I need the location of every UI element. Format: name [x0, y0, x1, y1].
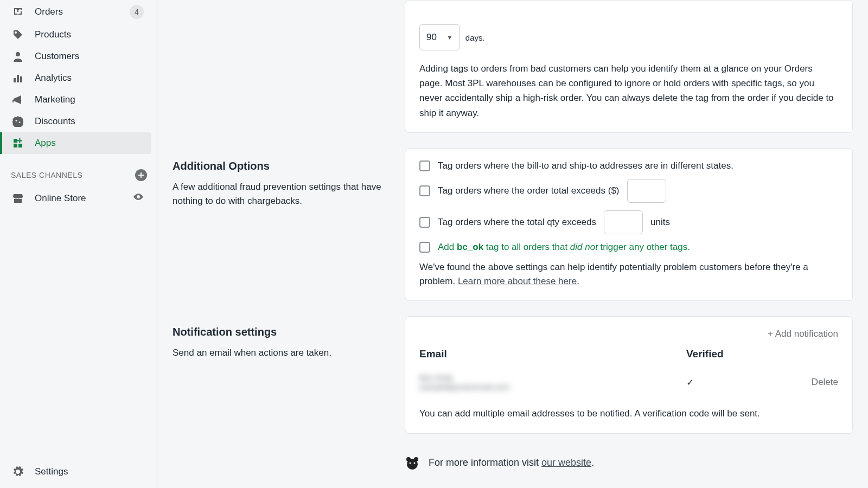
svg-rect-8	[138, 175, 144, 176]
checkbox-label: Tag orders where the total qty exceeds	[438, 217, 596, 228]
days-suffix: days.	[465, 33, 485, 42]
megaphone-icon	[12, 94, 24, 106]
opt4-italic: did not	[570, 242, 598, 252]
sales-channels-label: SALES CHANNELS	[11, 171, 82, 179]
section-title: Notification settings	[173, 326, 390, 338]
sales-channels-header: SALES CHANNELS	[0, 154, 157, 187]
chevron-down-icon: ▼	[446, 34, 453, 41]
our-website-link[interactable]: our website	[541, 457, 591, 468]
svg-rect-2	[17, 75, 19, 82]
sidebar-item-label: Discounts	[35, 116, 144, 127]
delete-notification-button[interactable]: Delete	[812, 377, 838, 387]
sidebar-item-analytics[interactable]: Analytics	[0, 67, 151, 89]
col-actions	[773, 348, 838, 360]
gear-icon	[12, 466, 24, 478]
add-channel-button[interactable]	[135, 169, 147, 181]
checkbox-total-qty[interactable]	[419, 217, 430, 228]
sidebar-item-label: Settings	[35, 466, 144, 477]
additional-options-meta: Additional Options A few additional frau…	[173, 148, 390, 209]
sidebar-item-label: Products	[35, 29, 144, 40]
sidebar-item-discounts[interactable]: Discounts	[0, 111, 151, 132]
notif-name: Ben Role	[419, 373, 686, 382]
opt4-suf: trigger any other tags.	[598, 242, 690, 252]
svg-point-12	[410, 462, 411, 464]
inbox-icon	[12, 6, 24, 18]
view-store-icon[interactable]	[133, 191, 144, 205]
footer-text: For more information visit our website.	[429, 457, 594, 468]
svg-rect-5	[14, 144, 17, 147]
svg-rect-4	[14, 139, 17, 143]
sidebar-item-label: Customers	[35, 51, 144, 62]
sidebar-item-label: Analytics	[35, 73, 144, 84]
add-notification-button[interactable]: + Add notification	[768, 329, 838, 339]
tag-icon	[12, 29, 24, 41]
total-qty-input[interactable]	[604, 210, 643, 234]
checkbox-order-total[interactable]	[419, 185, 430, 196]
checkbox-label: Tag orders where the bill-to and ship-to…	[438, 160, 733, 171]
sidebar-item-label: Marketing	[35, 94, 144, 105]
sidebar-item-settings[interactable]: Settings	[0, 461, 151, 483]
section-meta-spacer	[173, 0, 390, 12]
sidebar-item-label: Orders	[35, 7, 130, 17]
order-total-input[interactable]	[627, 179, 666, 203]
discount-icon	[12, 115, 24, 127]
orders-badge: 4	[130, 5, 144, 19]
sidebar-item-orders[interactable]: Orders 4	[0, 0, 151, 24]
sidebar-item-customers[interactable]: Customers	[0, 46, 151, 67]
app-logo-icon	[405, 455, 420, 471]
footer-pre: For more information visit	[429, 457, 541, 468]
svg-rect-3	[20, 76, 22, 82]
section-title: Additional Options	[173, 160, 390, 172]
opt4-pre: Add	[438, 242, 457, 252]
opt4-mid: tag to all orders that	[483, 242, 570, 252]
sidebar: Orders 4 Products Customers Analytics	[0, 0, 157, 488]
tagging-help-text: Adding tags to orders from bad customers…	[419, 61, 838, 120]
notification-card: + Add notification Email Verified Ben Ro…	[405, 316, 853, 433]
checkbox-label: Tag orders where the order total exceeds…	[438, 185, 620, 196]
svg-point-0	[16, 52, 20, 56]
notif-email: sample@protonmail.com	[419, 382, 686, 391]
sidebar-item-marketing[interactable]: Marketing	[0, 89, 151, 111]
footer-post: .	[577, 276, 579, 286]
sidebar-item-products[interactable]: Products	[0, 24, 151, 46]
verified-check-icon: ✓	[686, 377, 694, 388]
checkbox-bc-ok[interactable]	[419, 242, 430, 253]
notif-footer-text: You can add multiple email addresses to …	[419, 407, 838, 421]
learn-more-link[interactable]: Learn more about these here	[458, 276, 577, 286]
sidebar-item-apps[interactable]: Apps	[0, 132, 151, 154]
checkbox-label: Add bc_ok tag to all orders that did not…	[438, 242, 690, 253]
col-email: Email	[419, 348, 686, 360]
svg-rect-6	[18, 144, 22, 147]
notif-table-header: Email Verified	[419, 344, 838, 368]
store-icon	[12, 192, 24, 204]
notification-meta: Notification settings Send an email when…	[173, 316, 390, 360]
days-value: 90	[426, 32, 437, 43]
qty-suffix: units	[650, 217, 670, 228]
section-desc: A few additional fraud prevention settin…	[173, 180, 390, 209]
apps-icon	[12, 137, 24, 149]
svg-point-11	[407, 459, 418, 470]
sidebar-item-label: Online Store	[35, 193, 133, 204]
section-desc: Send an email when actions are taken.	[173, 346, 390, 360]
main-content: 90 ▼ days. Adding tags to orders from ba…	[157, 0, 868, 488]
bars-icon	[12, 72, 24, 84]
notif-row: Ben Role sample@protonmail.com ✓ Delete	[419, 368, 838, 402]
person-icon	[12, 50, 24, 62]
svg-rect-1	[14, 78, 16, 82]
page-footer: For more information visit our website.	[405, 455, 853, 471]
days-select[interactable]: 90 ▼	[419, 24, 460, 50]
col-verified: Verified	[686, 348, 773, 360]
tagging-card: 90 ▼ days. Adding tags to orders from ba…	[405, 0, 853, 133]
footer-post: .	[591, 457, 594, 468]
svg-point-13	[414, 462, 416, 464]
additional-footer: We've found the above settings can help …	[419, 260, 838, 289]
sidebar-item-online-store[interactable]: Online Store	[0, 187, 151, 210]
additional-options-card: Tag orders where the bill-to and ship-to…	[405, 148, 853, 301]
sidebar-item-label: Apps	[35, 138, 144, 149]
checkbox-diff-states[interactable]	[419, 160, 430, 171]
opt4-bold: bc_ok	[457, 242, 483, 252]
